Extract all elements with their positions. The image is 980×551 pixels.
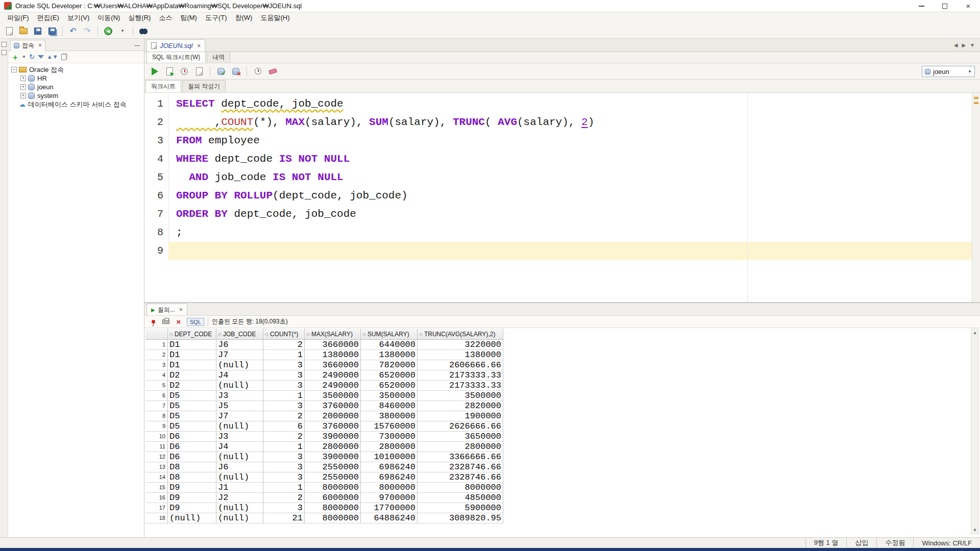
table-cell[interactable]: D8 xyxy=(168,462,216,472)
menu-item[interactable]: 도구(T) xyxy=(201,13,231,22)
tab-sql-worksheet[interactable]: SQL 워크시트(W) xyxy=(146,52,206,63)
table-cell[interactable]: 3760000 xyxy=(305,421,361,432)
table-row[interactable]: 10D6J32390000073000003650000 xyxy=(145,432,503,442)
table-cell[interactable]: 6440000 xyxy=(361,340,418,350)
table-cell[interactable]: 2550000 xyxy=(305,462,361,472)
tab-list-icon[interactable]: ▼ xyxy=(970,42,975,48)
tree-expander-icon[interactable]: + xyxy=(20,84,26,90)
tree-expander-icon[interactable]: + xyxy=(20,93,26,98)
table-cell[interactable]: D1 xyxy=(168,340,216,350)
menu-item[interactable]: 도움말(H) xyxy=(256,13,293,22)
panel-minimize-icon[interactable]: — xyxy=(134,42,140,48)
table-cell[interactable]: (null) xyxy=(216,503,263,513)
table-cell[interactable]: 3089820.95 xyxy=(418,513,503,523)
table-cell[interactable]: 8000000 xyxy=(305,503,361,513)
table-cell[interactable]: D5 xyxy=(168,421,216,432)
table-row[interactable]: 4D2J43249000065200002173333.33 xyxy=(145,370,503,381)
table-row[interactable]: 9D5(null)63760000157600002626666.66 xyxy=(145,421,503,432)
table-cell[interactable]: 2606666.66 xyxy=(418,360,503,370)
table-cell[interactable]: J3 xyxy=(216,391,263,401)
refresh-button[interactable]: ↻ xyxy=(29,54,35,60)
table-cell[interactable]: 2000000 xyxy=(305,411,361,421)
table-cell[interactable]: 8000000 xyxy=(305,483,361,493)
menu-item[interactable]: 실행(R) xyxy=(124,13,155,22)
table-cell[interactable]: J3 xyxy=(216,432,263,442)
table-cell[interactable]: D1 xyxy=(168,360,216,370)
table-row[interactable]: 18(null)(null)218000000648862403089820.9… xyxy=(145,513,503,523)
column-header[interactable]: ◇MAX(SALARY) xyxy=(305,329,361,340)
tab-scroll-right-icon[interactable]: ▶ xyxy=(962,42,966,48)
table-cell[interactable]: 8000000 xyxy=(361,483,418,493)
pin-button[interactable] xyxy=(149,317,158,327)
table-row[interactable]: 8D5J72200000038000001900000 xyxy=(145,411,503,421)
tree-node[interactable]: +system xyxy=(8,91,144,100)
table-cell[interactable]: D9 xyxy=(168,483,216,493)
autotrace-button[interactable] xyxy=(178,65,190,78)
table-cell[interactable]: J1 xyxy=(216,483,263,493)
menu-item[interactable]: 창(W) xyxy=(231,13,257,22)
run-statement-button[interactable] xyxy=(149,65,161,78)
table-cell[interactable]: 2 xyxy=(263,432,305,442)
run-script-button[interactable] xyxy=(163,65,176,78)
table-cell[interactable]: J7 xyxy=(216,350,263,360)
search-button[interactable] xyxy=(137,25,150,37)
dock-panel-icon[interactable] xyxy=(2,42,7,47)
menu-item[interactable]: 편집(E) xyxy=(33,13,63,22)
table-cell[interactable]: J7 xyxy=(216,411,263,421)
table-row[interactable]: 14D8(null)3255000069862402328746.66 xyxy=(145,472,503,483)
table-cell[interactable]: 3500000 xyxy=(418,391,503,401)
save-all-button[interactable] xyxy=(46,25,58,37)
table-cell[interactable]: D9 xyxy=(168,503,216,513)
table-cell[interactable]: 8460000 xyxy=(361,401,418,411)
copy-connection-icon[interactable] xyxy=(61,54,66,60)
table-cell[interactable]: 3 xyxy=(263,401,305,411)
table-cell[interactable]: D2 xyxy=(168,381,216,391)
table-cell[interactable]: 1380000 xyxy=(418,350,503,360)
table-cell[interactable]: 1 xyxy=(263,442,305,452)
tab-scroll-left-icon[interactable]: ◀ xyxy=(954,42,958,48)
table-cell[interactable]: 3 xyxy=(263,462,305,472)
table-row[interactable]: 11D6J41280000028000002800000 xyxy=(145,442,503,452)
table-row[interactable]: 15D9J11800000080000008000000 xyxy=(145,483,503,493)
tree-node[interactable]: ☁데이터베이스 스키마 서비스 접속 xyxy=(8,100,144,109)
table-cell[interactable]: 1 xyxy=(263,483,305,493)
table-cell[interactable]: J6 xyxy=(216,340,263,350)
table-row[interactable]: 7D5J53376000084600002820000 xyxy=(145,401,503,411)
new-file-button[interactable] xyxy=(3,25,15,37)
table-cell[interactable]: (null) xyxy=(216,360,263,370)
filter-icon[interactable] xyxy=(38,55,44,59)
sort-button[interactable]: ▲▼ xyxy=(47,54,58,60)
add-connection-button[interactable]: ＋ xyxy=(11,53,19,61)
table-cell[interactable]: 2800000 xyxy=(305,442,361,452)
table-cell[interactable]: D8 xyxy=(168,472,216,483)
table-cell[interactable]: 3 xyxy=(263,381,305,391)
table-cell[interactable]: J4 xyxy=(216,442,263,452)
connection-selector[interactable]: joeun ▼ xyxy=(922,66,975,77)
table-cell[interactable]: J5 xyxy=(216,401,263,411)
table-cell[interactable]: 6520000 xyxy=(361,381,418,391)
table-row[interactable]: 12D6(null)33900000101000003366666.66 xyxy=(145,452,503,462)
code-line[interactable]: GROUP BY ROLLUP(dept_code, job_code) xyxy=(176,187,972,205)
chevron-down-icon[interactable]: ▼ xyxy=(22,55,26,59)
warning-mark-icon[interactable] xyxy=(974,97,978,99)
table-row[interactable]: 5D2(null)3249000065200002173333.33 xyxy=(145,381,503,391)
table-cell[interactable]: 3220000 xyxy=(418,340,503,350)
print-button[interactable] xyxy=(161,317,170,327)
code-line[interactable]: SELECT dept_code, job_code xyxy=(176,95,972,113)
tree-expander-icon[interactable]: + xyxy=(20,76,26,81)
code-line[interactable]: FROM employee xyxy=(176,132,972,150)
code-line[interactable]: ,COUNT(*), MAX(salary), SUM(salary), TRU… xyxy=(176,113,972,132)
code-line[interactable]: ORDER BY dept_code, job_code xyxy=(176,205,972,223)
table-cell[interactable]: 2800000 xyxy=(361,442,418,452)
table-cell[interactable]: (null) xyxy=(216,472,263,483)
code-area[interactable]: SELECT dept_code, job_code ,COUNT(*), MA… xyxy=(168,95,972,260)
table-cell[interactable]: 6986240 xyxy=(361,472,418,483)
table-cell[interactable]: D9 xyxy=(168,493,216,503)
table-cell[interactable]: (null) xyxy=(168,513,216,523)
table-cell[interactable]: 1 xyxy=(263,350,305,360)
table-cell[interactable]: 7300000 xyxy=(361,432,418,442)
query-result-close-icon[interactable]: × xyxy=(179,306,183,313)
table-cell[interactable]: (null) xyxy=(216,452,263,462)
table-cell[interactable]: 5900000 xyxy=(418,503,503,513)
sql-history-button[interactable] xyxy=(252,65,264,78)
